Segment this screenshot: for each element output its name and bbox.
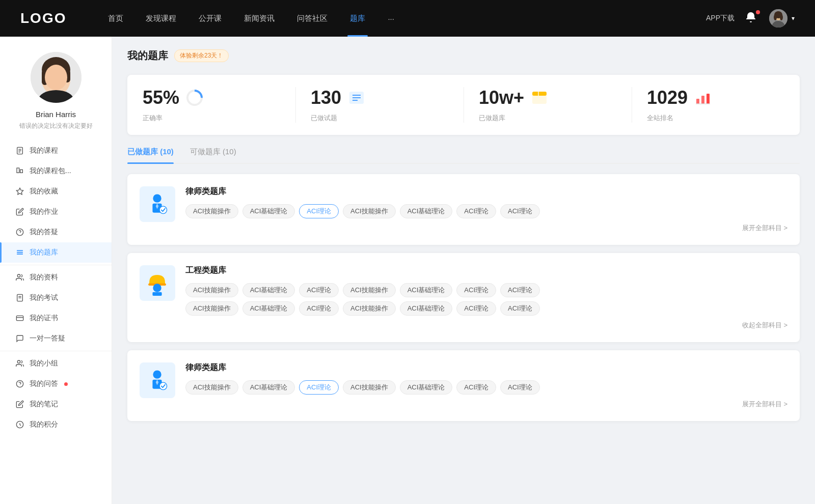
tag[interactable]: ACI理论 xyxy=(456,301,496,316)
nav-question-bank[interactable]: 题库 xyxy=(339,0,376,37)
user-name: Brian Harris xyxy=(36,110,76,119)
app-download-button[interactable]: APP下载 xyxy=(706,14,735,23)
bank-card-header: 工程类题库 ACI技能操作 ACI基础理论 ACI理论 ACI技能操作 ACI基… xyxy=(140,265,787,330)
sidebar-item-label: 我的收藏 xyxy=(30,187,58,196)
my-question-icon xyxy=(15,379,24,388)
stat-done-questions: 130 已做试题 xyxy=(295,75,464,135)
svg-rect-17 xyxy=(17,168,19,173)
tag[interactable]: ACI技能操作 xyxy=(343,380,396,395)
sidebar-item-profile[interactable]: 我的资料 xyxy=(0,267,112,288)
notification-bell[interactable] xyxy=(745,11,759,25)
sidebar-item-certificate[interactable]: 我的证书 xyxy=(0,308,112,328)
svg-marker-19 xyxy=(16,188,23,194)
sidebar-item-my-courses[interactable]: 我的课程 xyxy=(0,141,112,161)
bank-footer: 收起全部科目 > xyxy=(185,321,787,330)
tag[interactable]: ACI基础理论 xyxy=(242,301,295,316)
nav-menu: 首页 发现课程 公开课 新闻资讯 问答社区 题库 ··· xyxy=(97,0,706,37)
user-motto: 错误的决定比没有决定要好 xyxy=(11,122,101,130)
tag[interactable]: ACI基础理论 xyxy=(242,283,295,297)
sidebar-item-homework[interactable]: 我的作业 xyxy=(0,202,112,222)
tag[interactable]: ACI理论 xyxy=(500,380,540,395)
bank-card-header: 律师类题库 ACI技能操作 ACI基础理论 ACI理论 ACI技能操作 ACI基… xyxy=(140,362,787,409)
tag[interactable]: ACI技能操作 xyxy=(185,283,238,297)
tag[interactable]: ACI基础理论 xyxy=(400,204,453,218)
sidebar-item-one-on-one[interactable]: 一对一答疑 xyxy=(0,328,112,349)
ranking-icon xyxy=(694,89,712,107)
sidebar-item-notes[interactable]: 我的笔记 xyxy=(0,394,112,414)
nav-home[interactable]: 首页 xyxy=(97,0,134,37)
stat-ranking: 1029 全站排名 xyxy=(632,75,800,135)
sidebar-item-label: 一对一答疑 xyxy=(30,334,65,343)
stat-top: 130 xyxy=(311,87,448,108)
nav-open-courses[interactable]: 公开课 xyxy=(187,0,233,37)
sidebar-item-course-packages[interactable]: 我的课程包... xyxy=(0,161,112,181)
sidebar-item-question-bank[interactable]: 我的题库 xyxy=(0,242,112,263)
nav-courses[interactable]: 发现课程 xyxy=(134,0,187,37)
tag[interactable]: ACI基础理论 xyxy=(242,204,295,218)
tag[interactable]: ACI技能操作 xyxy=(185,204,238,218)
sidebar-item-favorites[interactable]: 我的收藏 xyxy=(0,181,112,202)
tag[interactable]: ACI基础理论 xyxy=(400,380,453,395)
tag[interactable]: ACI技能操作 xyxy=(343,283,396,297)
svg-point-61 xyxy=(159,382,167,390)
stat-accuracy: 55% 正确率 xyxy=(127,75,295,135)
stat-label: 已做题库 xyxy=(479,114,616,123)
sidebar-item-label: 我的课程包... xyxy=(30,166,71,176)
svg-rect-49 xyxy=(707,94,710,104)
main-layout: Brian Harris 错误的决定比没有决定要好 我的课程 我的课程包... … xyxy=(0,37,815,504)
tag[interactable]: ACI理论 xyxy=(299,283,339,297)
sidebar-item-group[interactable]: 我的小组 xyxy=(0,353,112,374)
user-avatar-nav[interactable]: ▾ xyxy=(769,9,795,27)
tag-active[interactable]: ACI理论 xyxy=(299,204,339,218)
tag[interactable]: ACI基础理论 xyxy=(400,301,453,316)
expand-link[interactable]: 展开全部科目 > xyxy=(742,223,787,233)
tag[interactable]: ACI基础理论 xyxy=(400,283,453,297)
tag[interactable]: ACI基础理论 xyxy=(242,380,295,395)
tag[interactable]: ACI理论 xyxy=(456,380,496,395)
sidebar-menu: 我的课程 我的课程包... 我的收藏 我的作业 xyxy=(0,141,112,435)
tag[interactable]: ACI理论 xyxy=(456,204,496,218)
question-icon xyxy=(15,228,24,237)
bank-footer: 展开全部科目 > xyxy=(185,223,787,233)
tag[interactable]: ACI技能操作 xyxy=(343,301,396,316)
svg-point-58 xyxy=(153,370,161,378)
stat-top: 10w+ xyxy=(479,87,616,108)
stat-done-banks: 10w+ 已做题库 xyxy=(464,75,632,135)
points-icon xyxy=(15,420,24,429)
sidebar-item-my-qa[interactable]: 我的问答 xyxy=(0,374,112,394)
bank-tags: ACI技能操作 ACI基础理论 ACI理论 ACI技能操作 ACI基础理论 AC… xyxy=(185,204,787,218)
sidebar-item-exam[interactable]: 我的考试 xyxy=(0,288,112,308)
chevron-down-icon: ▾ xyxy=(792,15,795,22)
tag[interactable]: ACI理论 xyxy=(500,301,540,316)
tag[interactable]: ACI理论 xyxy=(500,283,540,297)
sidebar-item-qa[interactable]: 我的答疑 xyxy=(0,222,112,242)
bank-content: 律师类题库 ACI技能操作 ACI基础理论 ACI理论 ACI技能操作 ACI基… xyxy=(185,186,787,233)
nav-more[interactable]: ··· xyxy=(376,0,405,37)
donut-chart-icon xyxy=(185,89,204,107)
tab-done[interactable]: 已做题库 (10) xyxy=(127,147,174,163)
nav-news[interactable]: 新闻资讯 xyxy=(233,0,286,37)
collapse-link[interactable]: 收起全部科目 > xyxy=(742,321,787,330)
tag[interactable]: ACI技能操作 xyxy=(343,204,396,218)
bank-card-lawyer-1: 律师类题库 ACI技能操作 ACI基础理论 ACI理论 ACI技能操作 ACI基… xyxy=(127,174,800,245)
expand-link-2[interactable]: 展开全部科目 > xyxy=(742,400,787,409)
tag[interactable]: ACI技能操作 xyxy=(185,301,238,316)
stat-top: 1029 xyxy=(647,87,784,108)
bar-icon xyxy=(15,166,24,176)
document-icon xyxy=(15,146,24,155)
tag[interactable]: ACI理论 xyxy=(299,301,339,316)
stat-top: 55% xyxy=(143,87,280,108)
tag-active[interactable]: ACI理论 xyxy=(299,380,339,395)
chat-icon xyxy=(15,334,24,343)
tag[interactable]: ACI技能操作 xyxy=(185,380,238,395)
tab-available[interactable]: 可做题库 (10) xyxy=(190,147,236,163)
tag[interactable]: ACI理论 xyxy=(456,283,496,297)
tag[interactable]: ACI理论 xyxy=(500,204,540,218)
bank-name: 工程类题库 xyxy=(185,265,787,276)
bank-content: 工程类题库 ACI技能操作 ACI基础理论 ACI理论 ACI技能操作 ACI基… xyxy=(185,265,787,330)
sidebar-item-label: 我的答疑 xyxy=(30,228,58,237)
logo: LOGO xyxy=(20,10,66,26)
stat-value: 130 xyxy=(311,87,341,108)
sidebar-item-points[interactable]: 我的积分 xyxy=(0,414,112,435)
nav-qa[interactable]: 问答社区 xyxy=(286,0,339,37)
